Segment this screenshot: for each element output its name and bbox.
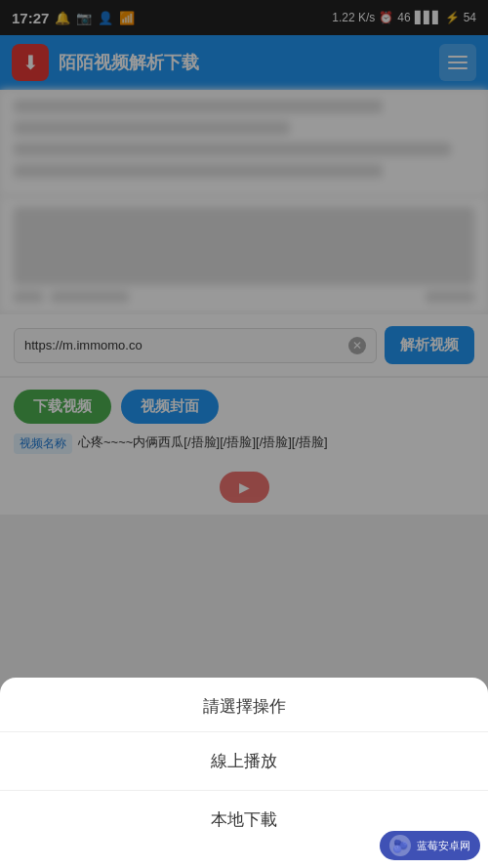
sheet-option-online-play[interactable]: 線上播放 (0, 732, 488, 791)
watermark: 🫐 蓝莓安卓网 (380, 831, 480, 860)
watermark-text: 蓝莓安卓网 (417, 839, 470, 853)
watermark-inner: 🫐 蓝莓安卓网 (380, 831, 480, 860)
sheet-title: 請選擇操作 (0, 678, 488, 732)
watermark-avatar: 🫐 (389, 835, 411, 856)
